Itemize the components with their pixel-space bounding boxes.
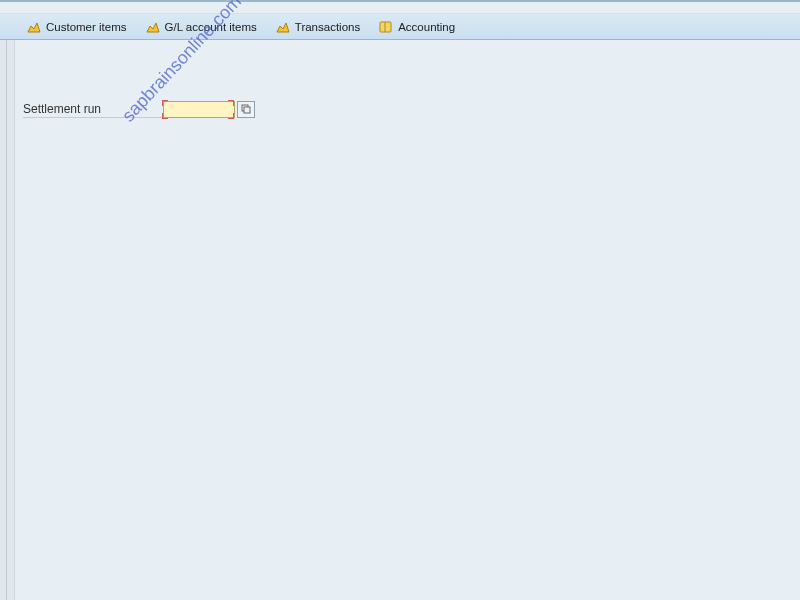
accounting-button[interactable]: Accounting <box>378 19 455 35</box>
divider <box>6 40 7 600</box>
book-icon <box>378 19 394 35</box>
report-icon <box>145 19 161 35</box>
customer-items-button[interactable]: Customer items <box>26 19 127 35</box>
required-marker <box>228 113 234 119</box>
required-marker <box>162 113 168 119</box>
content-area: Settlement run <box>14 40 800 600</box>
report-icon <box>26 19 42 35</box>
application-toolbar: Customer items G/L account items Transac… <box>0 14 800 40</box>
search-help-icon <box>241 104 251 114</box>
svg-rect-3 <box>244 107 250 113</box>
toolbar-item-label: Customer items <box>46 21 127 33</box>
report-icon <box>275 19 291 35</box>
settlement-run-input-group <box>163 101 255 118</box>
header-bar <box>0 2 800 14</box>
required-marker <box>162 100 168 106</box>
required-marker <box>228 100 234 106</box>
search-help-button[interactable] <box>237 101 255 118</box>
toolbar-item-label: G/L account items <box>165 21 257 33</box>
gl-account-items-button[interactable]: G/L account items <box>145 19 257 35</box>
settlement-run-row: Settlement run <box>23 100 255 118</box>
toolbar-item-label: Accounting <box>398 21 455 33</box>
settlement-run-label: Settlement run <box>23 100 163 118</box>
toolbar-item-label: Transactions <box>295 21 360 33</box>
settlement-run-input[interactable] <box>163 101 235 118</box>
transactions-button[interactable]: Transactions <box>275 19 360 35</box>
left-margin <box>0 40 14 600</box>
